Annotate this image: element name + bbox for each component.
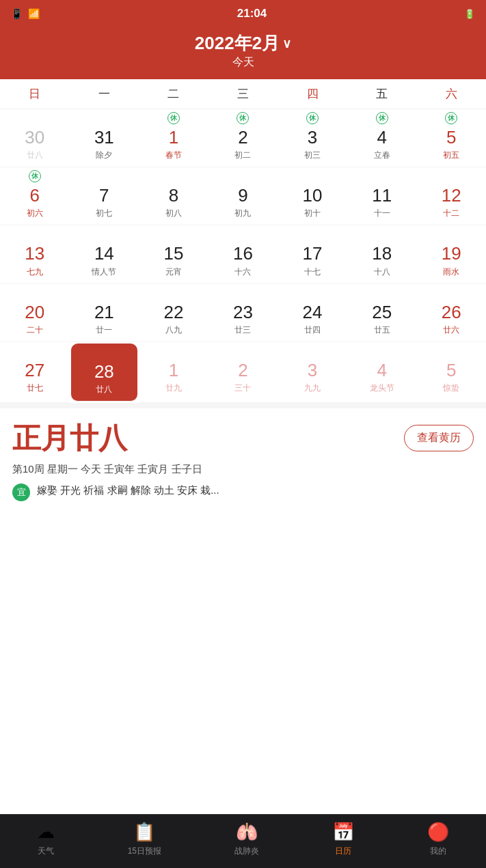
rest-badge: 休 xyxy=(445,112,457,124)
nav-item-战肺炎[interactable]: 🫁战肺炎 xyxy=(234,822,259,857)
nav-item-我的[interactable]: 🔴我的 xyxy=(427,822,449,857)
cal-cell-row2-col3[interactable]: 16十六 xyxy=(208,225,278,283)
day-num: 9 xyxy=(238,185,247,206)
cal-cell-row0-col2[interactable]: 休1春节 xyxy=(139,109,208,167)
week-day-一: 一 xyxy=(70,79,139,109)
day-sub: 廿七 xyxy=(27,382,43,394)
nav-item-日历[interactable]: 📅日历 xyxy=(332,822,354,857)
nav-item-天气[interactable]: ☁天气 xyxy=(37,822,55,857)
day-num: 27 xyxy=(25,360,44,381)
cal-cell-row1-col4[interactable]: 10初十 xyxy=(278,167,347,225)
day-num: 12 xyxy=(442,185,461,206)
cal-cell-row4-col5[interactable]: 4龙头节 xyxy=(347,342,417,403)
day-sub: 初九 xyxy=(234,208,251,219)
cal-cell-row2-col2[interactable]: 15元宵 xyxy=(139,225,208,283)
cal-cell-row2-col1[interactable]: 14情人节 xyxy=(70,225,139,283)
cal-cell-row1-col1[interactable]: 7初七 xyxy=(70,167,139,225)
today-button[interactable]: 今天 xyxy=(0,55,486,70)
cal-cell-row0-col4[interactable]: 休3初三 xyxy=(278,109,347,167)
cal-cell-row3-col6[interactable]: 26廿六 xyxy=(416,284,486,342)
day-sub: 元宵 xyxy=(165,266,182,278)
day-sub: 初七 xyxy=(96,208,112,219)
huangli-button[interactable]: 查看黄历 xyxy=(404,425,474,451)
cal-cell-row0-col0[interactable]: 30廿八 xyxy=(0,109,70,167)
month-selector[interactable]: 2022年2月 ∨ xyxy=(0,31,486,55)
day-sub: 除夕 xyxy=(96,150,112,161)
day-num: 2 xyxy=(238,127,247,148)
cal-cell-row4-col3[interactable]: 2三十 xyxy=(208,342,278,403)
cal-cell-row2-col6[interactable]: 19雨水 xyxy=(416,225,486,283)
week-day-三: 三 xyxy=(208,79,278,109)
week-day-日: 日 xyxy=(0,79,70,109)
day-num: 5 xyxy=(446,127,456,148)
day-sub: 初五 xyxy=(443,150,459,161)
cal-cell-row1-col2[interactable]: 8初八 xyxy=(139,167,208,225)
day-sub: 初八 xyxy=(165,208,182,219)
status-right: 🔋 xyxy=(464,9,475,19)
day-num: 18 xyxy=(372,243,392,264)
day-sub: 十七 xyxy=(304,266,321,278)
day-sub: 十六 xyxy=(234,266,251,278)
cal-cell-row3-col4[interactable]: 24廿四 xyxy=(278,284,347,342)
cal-cell-row0-col3[interactable]: 休2初二 xyxy=(208,109,278,167)
cal-cell-row4-col6[interactable]: 5惊蛰 xyxy=(416,342,486,403)
cal-cell-row1-col5[interactable]: 11十一 xyxy=(347,167,417,225)
nav-icon-我的: 🔴 xyxy=(427,822,449,843)
rest-badge: 休 xyxy=(237,112,249,124)
cal-cell-row3-col0[interactable]: 20二十 xyxy=(0,284,70,342)
day-sub: 春节 xyxy=(165,150,182,161)
cal-cell-row3-col2[interactable]: 22八九 xyxy=(139,284,208,342)
day-num: 4 xyxy=(377,127,386,148)
cal-cell-row0-col1[interactable]: 31除夕 xyxy=(70,109,139,167)
day-num: 4 xyxy=(377,360,386,381)
day-num: 15 xyxy=(163,243,183,264)
nav-icon-天气: ☁ xyxy=(37,822,55,843)
wifi-icon: 📶 xyxy=(28,8,40,19)
day-sub: 十二 xyxy=(443,208,459,219)
day-sub: 初十 xyxy=(304,208,321,219)
day-num: 1 xyxy=(169,127,178,148)
nav-icon-日历: 📅 xyxy=(332,822,354,843)
day-sub: 初三 xyxy=(304,150,321,161)
cal-cell-row3-col1[interactable]: 21廿一 xyxy=(70,284,139,342)
calendar-header: 2022年2月 ∨ 今天 xyxy=(0,27,486,79)
cal-cell-row1-col3[interactable]: 9初九 xyxy=(208,167,278,225)
day-num: 21 xyxy=(94,302,114,323)
cal-cell-row2-col5[interactable]: 18十八 xyxy=(347,225,417,283)
day-sub: 三十 xyxy=(234,382,251,394)
day-sub: 二十 xyxy=(27,324,43,336)
day-num: 1 xyxy=(169,360,178,381)
status-left: 📱 📶 xyxy=(11,8,40,19)
cal-cell-row4-col2[interactable]: 1廿九 xyxy=(139,342,208,403)
day-num: 20 xyxy=(25,302,44,323)
week-day-六: 六 xyxy=(416,79,486,109)
cal-cell-row2-col0[interactable]: 13七九 xyxy=(0,225,70,283)
cal-cell-row4-col4[interactable]: 3九九 xyxy=(278,342,347,403)
nav-icon-战肺炎: 🫁 xyxy=(236,822,258,843)
cal-cell-row0-col6[interactable]: 休5初五 xyxy=(416,109,486,167)
day-sub: 十八 xyxy=(374,266,390,278)
day-sub: 廿八 xyxy=(27,150,43,161)
cal-cell-row1-col0[interactable]: 休6初六 xyxy=(0,167,70,225)
cal-cell-row2-col4[interactable]: 17十七 xyxy=(278,225,347,283)
day-sub: 惊蛰 xyxy=(443,382,459,394)
day-num: 26 xyxy=(442,302,461,323)
info-section: 正月廿八 查看黄历 第10周 星期一 今天 壬寅年 壬寅月 壬子日 宜 嫁娶 开… xyxy=(0,403,486,509)
cal-cell-row4-col1[interactable]: 28廿八 xyxy=(71,344,138,402)
nav-item-15日预报[interactable]: 📋15日预报 xyxy=(128,822,161,857)
cal-cell-row3-col3[interactable]: 23廿三 xyxy=(208,284,278,342)
day-sub: 情人节 xyxy=(92,266,116,278)
cal-cell-row0-col5[interactable]: 休4立春 xyxy=(347,109,417,167)
lunar-date: 正月廿八 xyxy=(12,419,127,458)
cal-cell-row1-col6[interactable]: 12十二 xyxy=(416,167,486,225)
day-num: 17 xyxy=(303,243,323,264)
day-sub: 廿八 xyxy=(96,384,112,395)
cal-cell-row4-col0[interactable]: 27廿七 xyxy=(0,342,70,403)
calendar-grid: 30廿八31除夕休1春节休2初二休3初三休4立春休5初五休6初六7初七8初八9初… xyxy=(0,109,486,403)
day-sub: 初六 xyxy=(27,208,43,219)
chevron-down-icon: ∨ xyxy=(282,36,291,51)
nav-label-战肺炎: 战肺炎 xyxy=(234,845,259,857)
day-sub: 廿六 xyxy=(443,324,459,336)
cal-cell-row3-col5[interactable]: 25廿五 xyxy=(347,284,417,342)
week-header: 日一二三四五六 xyxy=(0,79,486,109)
